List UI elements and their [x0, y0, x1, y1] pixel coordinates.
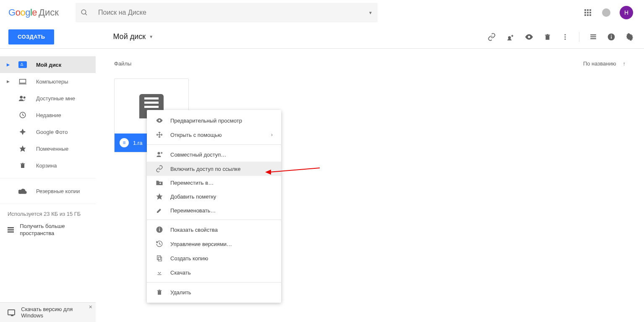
ctx-details[interactable]: Показать свойства [147, 223, 281, 237]
ctx-share[interactable]: Совместный доступ… [147, 147, 281, 162]
sidebar-item-recent[interactable]: Недавние [0, 107, 96, 123]
svg-point-29 [159, 228, 160, 228]
breadcrumb-dropdown-icon: ▼ [149, 34, 153, 39]
ctx-label: Включить доступ по ссылке [170, 166, 240, 172]
get-link-icon[interactable] [488, 33, 496, 41]
people-icon [18, 95, 27, 101]
copy-icon [155, 254, 164, 262]
svg-point-14 [611, 34, 612, 35]
content-header: Файлы По названию ↑ [114, 60, 626, 67]
logo[interactable]: Google Диск [8, 7, 76, 18]
ctx-label: Показать свойства [170, 227, 218, 233]
ctx-label: Добавить пометку [170, 194, 216, 200]
svg-line-1 [85, 13, 87, 15]
svg-point-23 [158, 152, 160, 154]
sidebar-item-label: Недавние [36, 112, 61, 118]
search-bar[interactable]: ▼ [76, 3, 378, 22]
notifications-icon[interactable] [601, 8, 611, 18]
sidebar-item-label: Google Фото [36, 129, 68, 135]
storage-icon [8, 227, 14, 233]
svg-point-22 [159, 120, 161, 122]
svg-point-7 [565, 36, 566, 37]
svg-rect-9 [590, 34, 596, 35]
file-type-icon: ≡ [120, 138, 129, 147]
ctx-move[interactable]: Переместить в… [147, 176, 281, 189]
sidebar-item-photos[interactable]: Google Фото [0, 123, 96, 140]
divider [0, 204, 96, 204]
ctx-label: Управление версиями… [170, 241, 232, 247]
sidebar-item-computers[interactable]: ▶ Компьютеры [0, 73, 96, 90]
divider [147, 220, 281, 220]
close-icon[interactable]: × [89, 304, 92, 310]
header: Google Диск ▼ Н [0, 0, 644, 25]
more-icon[interactable] [561, 33, 569, 41]
edit-icon [155, 207, 164, 214]
breadcrumb[interactable]: Мой диск ▼ [113, 32, 153, 41]
sidebar-item-mydrive[interactable]: ▶ Мой диск [0, 56, 96, 73]
ctx-star[interactable]: Добавить пометку [147, 189, 281, 204]
svg-point-18 [20, 96, 23, 99]
computer-icon [18, 79, 27, 84]
photos-icon [18, 128, 27, 136]
download-banner[interactable]: Скачать версию для Windows × [0, 302, 96, 322]
ctx-label: Скачать [170, 270, 191, 276]
ctx-label: Создать копию [170, 255, 208, 262]
main: ▶ Мой диск ▶ Компьютеры Доступные мне Не… [0, 49, 644, 322]
ctx-copy[interactable]: Создать копию [147, 251, 281, 265]
trash-icon [18, 162, 27, 169]
sort-label[interactable]: По названию [583, 60, 616, 67]
view-list-icon[interactable] [589, 33, 597, 41]
sidebar-item-label: Помеченные [36, 146, 68, 152]
sidebar-item-label: Компьютеры [36, 79, 68, 85]
svg-rect-30 [158, 257, 162, 261]
sidebar-item-label: Доступные мне [36, 95, 75, 102]
sidebar-item-backups[interactable]: Резервные копии [0, 183, 96, 199]
history-icon [155, 240, 164, 248]
ctx-preview[interactable]: Предварительный просмотр [147, 113, 281, 128]
move-icon [155, 131, 164, 139]
sort-direction-icon[interactable]: ↑ [623, 60, 626, 67]
settings-icon[interactable] [626, 33, 634, 41]
files-heading: Файлы [114, 60, 131, 67]
download-label: Скачать версию для Windows [21, 306, 88, 319]
ctx-open-with[interactable]: Открыть с помощью › [147, 128, 281, 142]
divider [0, 178, 96, 178]
ctx-label: Переместить в… [170, 180, 214, 186]
svg-point-0 [81, 10, 86, 14]
search-icon [81, 9, 88, 16]
svg-point-5 [528, 36, 530, 38]
star-icon [155, 193, 164, 200]
search-input[interactable] [98, 9, 368, 16]
trash-icon [155, 288, 164, 296]
ctx-label: Совместный доступ… [170, 152, 226, 158]
sidebar-item-shared[interactable]: Доступные мне [0, 90, 96, 107]
product-name: Диск [39, 7, 59, 18]
preview-icon[interactable] [524, 32, 534, 42]
svg-marker-26 [156, 194, 163, 200]
svg-point-6 [565, 34, 566, 35]
ctx-download[interactable]: Скачать [147, 265, 281, 280]
apps-icon[interactable] [583, 8, 593, 18]
sidebar: ▶ Мой диск ▶ Компьютеры Доступные мне Не… [0, 49, 96, 322]
sidebar-item-trash[interactable]: Корзина [0, 157, 96, 174]
chevron-right-icon: › [271, 132, 273, 138]
trash-icon[interactable] [544, 33, 551, 41]
ctx-rename[interactable]: Переименовать… [147, 204, 281, 217]
storage-usage: Используется 23 КБ из 15 ГБ [0, 208, 96, 220]
info-icon[interactable] [607, 33, 615, 41]
ctx-versions[interactable]: Управление версиями… [147, 237, 281, 251]
search-options-dropdown-icon[interactable]: ▼ [368, 10, 373, 15]
ctx-delete[interactable]: Удалить [147, 285, 281, 299]
share-icon[interactable] [506, 33, 514, 41]
svg-marker-34 [265, 170, 271, 175]
get-more-storage[interactable]: Получить больше пространства [0, 220, 96, 241]
svg-rect-13 [611, 36, 612, 39]
svg-point-19 [23, 97, 26, 99]
svg-rect-28 [159, 229, 160, 231]
create-button[interactable]: СОЗДАТЬ [8, 29, 54, 45]
ctx-get-link[interactable]: Включить доступ по ссылке [147, 162, 281, 176]
sidebar-item-starred[interactable]: Помеченные [0, 140, 96, 157]
account-avatar[interactable]: Н [620, 6, 633, 19]
ctx-label: Переименовать… [170, 207, 216, 214]
sidebar-item-label: Корзина [36, 162, 57, 169]
